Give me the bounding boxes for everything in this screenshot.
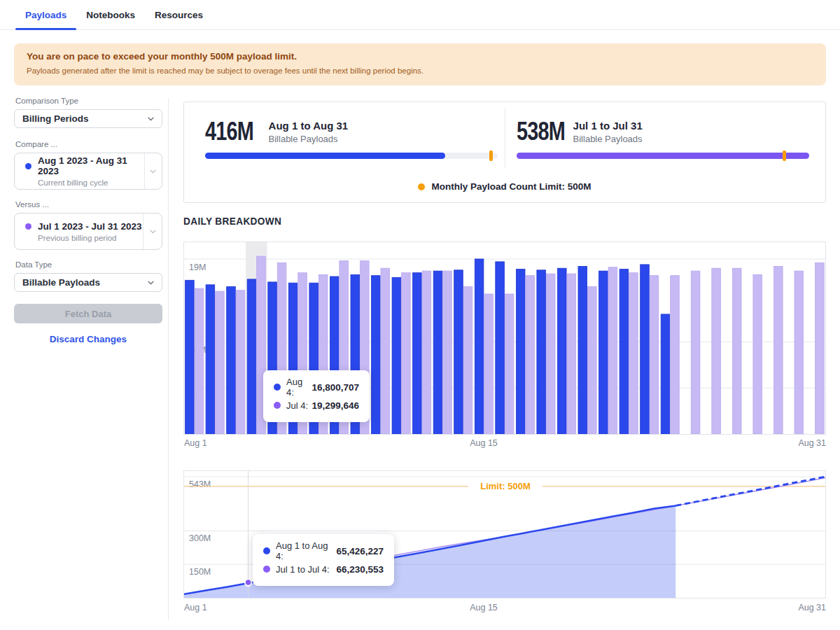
limit-marker-icon	[783, 150, 786, 161]
previous-progress-fill	[517, 153, 809, 159]
compare-label: Compare ...	[15, 140, 162, 148]
stats-divider	[505, 108, 505, 167]
limit-legend: Monthly Payload Count Limit: 500M	[184, 181, 825, 192]
data-type-label: Data Type	[15, 260, 162, 269]
svg-text:Limit: 500M: Limit: 500M	[480, 481, 531, 491]
aug-series-dot-icon	[274, 384, 281, 391]
chevron-down-icon	[146, 114, 155, 123]
comparison-type-select[interactable]: Billing Periods	[14, 109, 162, 128]
previous-total: 538M	[517, 119, 565, 144]
warning-subtitle: Payloads generated after the limit is re…	[27, 66, 813, 75]
daily-breakdown-bar-chart[interactable]: 19M10M5M Aug 4: 16,800,707 Jul 4: 19,299…	[183, 241, 826, 435]
tab-payloads[interactable]: Payloads	[15, 0, 76, 29]
jul-series-dot-icon	[274, 402, 281, 409]
chevron-down-icon	[148, 227, 158, 236]
current-period-dot-icon	[25, 163, 31, 169]
discard-changes-link[interactable]: Discard Changes	[14, 334, 162, 344]
daily-breakdown-heading: DAILY BREAKDOWN	[183, 215, 281, 227]
limit-marker-icon	[489, 150, 493, 161]
top-tab-bar: Payloads Notebooks Resources	[0, 0, 840, 30]
limit-warning-banner: You are on pace to exceed your monthly 5…	[14, 43, 826, 85]
line-chart-x-axis: Aug 1 Aug 15 Aug 31	[183, 603, 826, 614]
comparison-type-label: Comparison Type	[15, 97, 162, 105]
current-progress-track	[205, 153, 498, 159]
current-total: 416M	[205, 119, 253, 144]
previous-metric-label: Billable Payloads	[573, 134, 643, 144]
billing-summary-panel: 416M Aug 1 to Aug 31 Billable Payloads 5…	[183, 102, 826, 203]
chevron-down-icon	[146, 278, 155, 287]
tab-resources[interactable]: Resources	[145, 0, 213, 29]
jul-series-dot-icon	[263, 566, 270, 573]
previous-range: Jul 1 to Jul 31	[573, 120, 643, 132]
compare-period-value: Aug 1 2023 - Aug 31 2023	[38, 155, 144, 176]
bar-chart-x-axis: Aug 1 Aug 15 Aug 31	[183, 438, 826, 449]
previous-period-dot-icon	[25, 223, 31, 230]
svg-text:543M: 543M	[189, 479, 211, 489]
compare-period-select[interactable]: Aug 1 2023 - Aug 31 2023 Current billing…	[14, 153, 162, 190]
previous-progress-track	[517, 153, 809, 159]
tab-notebooks[interactable]: Notebooks	[76, 0, 145, 29]
warning-title: You are on pace to exceed your monthly 5…	[27, 51, 813, 62]
current-range: Aug 1 to Aug 31	[269, 120, 349, 132]
current-period-stat: 416M Aug 1 to Aug 31 Billable Payloads	[205, 119, 513, 144]
limit-legend-text: Monthly Payload Count Limit: 500M	[431, 181, 591, 192]
cumulative-usage-chart[interactable]: 543M300M150MLimit: 500M Aug 1 to Aug 4: …	[183, 470, 826, 598]
comparison-sidebar: Comparison Type Billing Periods Compare …	[14, 97, 162, 344]
versus-period-sub: Previous billing period	[38, 234, 142, 242]
compare-period-sub: Current billing cycle	[38, 178, 144, 187]
aug-series-dot-icon	[263, 547, 270, 554]
chevron-down-icon	[148, 167, 158, 176]
svg-text:150M: 150M	[189, 567, 211, 577]
versus-period-value: Jul 1 2023 - Jul 31 2023	[38, 221, 142, 232]
svg-text:19M: 19M	[189, 262, 206, 272]
fetch-data-button[interactable]: Fetch Data	[14, 304, 162, 323]
versus-period-select[interactable]: Jul 1 2023 - Jul 31 2023 Previous billin…	[14, 213, 162, 250]
current-metric-label: Billable Payloads	[269, 134, 349, 144]
cumulative-tooltip: Aug 1 to Aug 4: 65,426,227 Jul 1 to Jul …	[253, 534, 394, 586]
svg-text:300M: 300M	[189, 533, 211, 543]
sidebar-divider	[168, 98, 169, 620]
previous-period-stat: 538M Jul 1 to Jul 31 Billable Payloads	[517, 119, 825, 144]
current-progress-fill	[205, 153, 445, 159]
data-type-select[interactable]: Billable Payloads	[14, 273, 162, 292]
limit-dot-icon	[418, 183, 425, 190]
versus-label: Versus ...	[15, 200, 162, 209]
daily-tooltip: Aug 4: 16,800,707 Jul 4: 19,299,646	[263, 370, 370, 422]
